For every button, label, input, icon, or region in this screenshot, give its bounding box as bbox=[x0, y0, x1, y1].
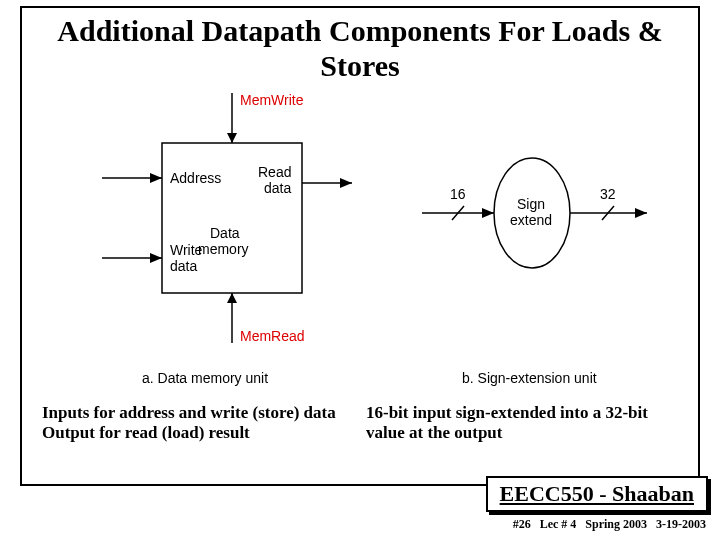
caption-row: Inputs for address and write (store) dat… bbox=[22, 403, 698, 453]
signextend-label-1: Sign bbox=[517, 196, 545, 212]
slide-title: Additional Datapath Components For Loads… bbox=[22, 8, 698, 83]
memread-label: MemRead bbox=[240, 328, 305, 344]
sign-extend-diagram: Sign extend 16 32 b. Sign-extension unit bbox=[392, 83, 672, 393]
out-width-label: 32 bbox=[600, 186, 616, 202]
footer-slide: #26 bbox=[513, 517, 531, 531]
svg-marker-10 bbox=[340, 178, 352, 188]
svg-marker-6 bbox=[150, 173, 162, 183]
diagram-area: MemWrite MemRead Address Write data Read… bbox=[22, 83, 698, 403]
slide-footer: #26 Lec # 4 Spring 2003 3-19-2003 bbox=[513, 517, 706, 532]
readdata-label-1: Read bbox=[258, 164, 291, 180]
svg-marker-8 bbox=[150, 253, 162, 263]
footer-lecture: Lec # 4 bbox=[540, 517, 577, 531]
signextend-label-2: extend bbox=[510, 212, 552, 228]
footer-date: 3-19-2003 bbox=[656, 517, 706, 531]
readdata-label-2: data bbox=[264, 180, 291, 196]
svg-marker-16 bbox=[635, 208, 647, 218]
caption-left: Inputs for address and write (store) dat… bbox=[42, 403, 342, 443]
caption-right: 16-bit input sign-extended into a 32-bit… bbox=[366, 403, 678, 443]
writedata-label-2: data bbox=[170, 258, 197, 274]
course-box: EECC550 - Shaaban bbox=[486, 476, 708, 512]
svg-marker-4 bbox=[227, 293, 237, 303]
diagram-b-caption: b. Sign-extension unit bbox=[462, 370, 597, 386]
datamemory-label-1: Data bbox=[210, 225, 240, 241]
svg-marker-13 bbox=[482, 208, 494, 218]
datamemory-label-2: memory bbox=[198, 241, 249, 257]
data-memory-diagram: MemWrite MemRead Address Write data Read… bbox=[42, 83, 372, 393]
caption-left-l2: Output for read (load) result bbox=[42, 423, 250, 442]
footer-term: Spring 2003 bbox=[585, 517, 647, 531]
diagram-a-caption: a. Data memory unit bbox=[142, 370, 268, 386]
slide-frame: Additional Datapath Components For Loads… bbox=[20, 6, 700, 486]
address-label: Address bbox=[170, 170, 221, 186]
memwrite-label: MemWrite bbox=[240, 92, 304, 108]
caption-left-l1: Inputs for address and write (store) dat… bbox=[42, 403, 336, 422]
in-width-label: 16 bbox=[450, 186, 466, 202]
svg-marker-2 bbox=[227, 133, 237, 143]
